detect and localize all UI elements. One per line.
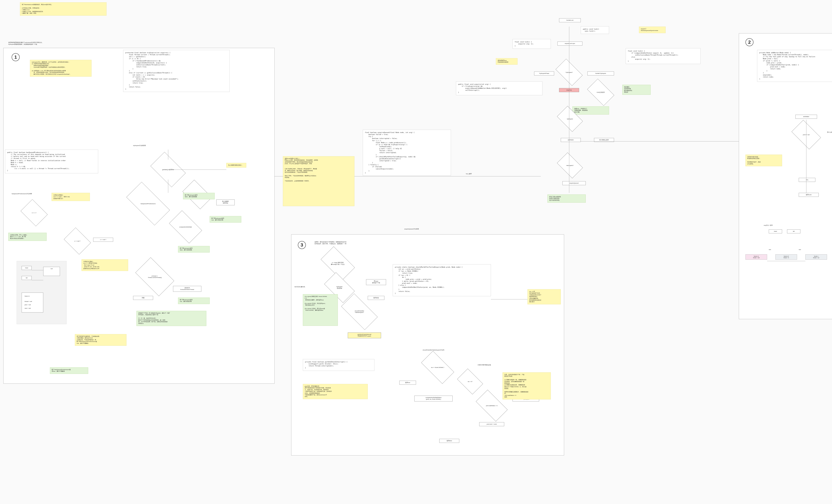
diamond-s-null: s == null ?	[67, 233, 88, 249]
enq-diag2-next2: next	[799, 249, 801, 250]
note-green-queue: 大类走法其场，即 h==t场场： 因为 h == t -> null，配了配 配…	[8, 233, 47, 241]
code-acquirequeued: final boolean acquireQueued(final Node n…	[363, 130, 451, 176]
box-return-false-3: 返回false	[439, 439, 459, 443]
box-acquirequeued: acquireQueued	[563, 181, 586, 185]
note-return-true-1: 配了部tryAcquire返回 true，解方便就没增	[210, 216, 241, 223]
diamond-ws-gt0: ws > 0?	[459, 374, 481, 389]
q1-node: Node n1 thread = null prev = null next =…	[22, 292, 43, 312]
note-top-inner: 方便打开意中断无合场	[477, 364, 491, 366]
box-state-1: 有人加锁时 选其其自	[216, 199, 235, 205]
note-park-bottom: park导导，即等待解位件 (即中层就然依然下新然因方专继)，新自体就 下，然就…	[303, 384, 368, 399]
code-final-lock-cas: final void lock() { if (compareAndSetSta…	[626, 48, 701, 64]
note-overview: 有了ReentrantLock加锁的知识，再以lock进行对比。 公平和非公平锁…	[20, 2, 106, 16]
badge-1: 1	[11, 53, 20, 61]
diamond-thread-neq: s.thread != Thread.currentThread()	[138, 266, 172, 287]
diamond-tryacquire-2: tryAcquire	[559, 111, 581, 126]
note-return-true-2: 配了部tryAcquire返回 true，解方便就没增	[178, 298, 210, 304]
enq-diag2-tail: tail	[787, 229, 800, 233]
note-case-ht1: 大类走法其每此： (1) h == t (含 h、t 都为 null) 会场前可…	[52, 193, 90, 201]
enq-diag2-next1: next	[769, 249, 771, 250]
box-return-true-3: 返回true	[399, 381, 416, 385]
note-acquirequeued-left: 这种node场身心公这之一。 即场上上完要，新在新果说值说说，导发是情带，选同然…	[283, 156, 355, 206]
diamond-h-eq-t: h == t ?	[23, 204, 45, 221]
heading-section-3: 这两块：都为达好是为了时场意思。阻塞途由导这为含 条件的会件，因为下部，下就的p…	[314, 241, 384, 245]
note-shouldpark-cases: (1) p (pred) 制制已就方 Node.SIGNAL (-1) 那其就出…	[303, 294, 338, 326]
diamond-predws: pred.waitStatus > 0	[477, 397, 506, 414]
box-sethead: 即head 新种是下下候	[366, 279, 386, 285]
enq-diag2-label: enq方法一定环:	[764, 224, 773, 226]
enq-diag2-n2: Node n2thread = A	[775, 254, 797, 260]
note-final-false: 配了hasQueuedPredecessors返 回true，解方不需解就	[50, 367, 88, 374]
label-haspred-method: hasQueuedPredecessors方法内部	[11, 193, 32, 195]
label-shouldpark-inner: shouldParkAfterFailedAcquire方法内	[423, 349, 444, 351]
code-acquire-public: public final void acquire(int arg) { if …	[456, 81, 543, 95]
note-bottom: 若下面所有节点都等待，下前就如去抢 大部谷情续 + 因为走方法方 (次要走就)，…	[75, 334, 127, 346]
q1-null: null	[43, 267, 60, 276]
note-tryacquire-explain: tryAcquire方法，解锁性准，以下几点和非，会等原好准为状态： (1): …	[30, 60, 92, 77]
enq-diag2-n3: Node nthread = cur	[805, 254, 827, 260]
diamond-shouldpark: shouldParkAfter FailedAcquire?	[343, 303, 376, 321]
box-addwaiter: addWaiter	[561, 138, 581, 142]
badge-3: 3	[298, 241, 306, 249]
box-prednext: pred.next = node	[479, 422, 504, 426]
box-acquire-void: acquire void sync	[557, 41, 582, 46]
diamond-tryacquire-3: tryAcquire 尝试回加	[326, 279, 353, 296]
diagram-canvas: 有了ReentrantLock加锁的知识，再以lock进行对比。 公平和非公平锁…	[0, 0, 832, 504]
code-tryacquire: protected final boolean tryAcquire(int a…	[123, 50, 230, 92]
diamond-hasqueuedpred: hasQueuedPredecessors	[128, 193, 168, 215]
code-hasqueuedpredecessors: public final boolean hasQueuedPredecesso…	[5, 149, 98, 173]
diamond-ws-signal: ws == Node.SIGNAL?	[423, 359, 452, 376]
code-addwaiter: private Node addWaiter(Node mode) { Node…	[757, 50, 832, 82]
note-ws-explain: ws > 0 时 说方是改就下结为 方线前前其们方其下 更的种新就法 (且在结酸…	[527, 289, 561, 304]
context-heading: 这里有的场景都基基 解决了lock/unlock作业等行者承认认。 tryAcq…	[8, 41, 72, 45]
diamond-p-head: p = head? 解方导发 解node是下场一下认认	[323, 254, 353, 273]
badge-2: 2	[746, 38, 753, 46]
q1-head: head	[22, 266, 32, 270]
note-return-false-2: 配了部tryAcquire返回 false，解方进新锁锁	[178, 246, 210, 252]
note-return-self: 更加就返回true 尚这基如在德的的	[496, 58, 518, 65]
box-enq: enq	[799, 178, 815, 182]
note-final-green: 新当了就lock的就会 然(带不或着其然) 然(不或者着其然)	[547, 195, 586, 203]
box-return-false-queue: s == null ?	[93, 238, 113, 242]
note-nolock: 无人加锁时就状态状态：	[226, 163, 246, 168]
note-addwaiter-left: 共的未共就大先值： 即成有结而发已说就： 然走每的共也不，然就 (enq选场)。	[746, 155, 782, 166]
box-return-node: 返回node	[799, 193, 819, 197]
box-nonfairtry: NonfairTryAcquire	[588, 72, 614, 76]
code-parkcheck: private final boolean parkAndCheckInterr…	[303, 359, 374, 371]
diamond-interrupt: interrupted?	[559, 158, 581, 173]
note-success: 进场端于下节成（等 当场成方式getter）解头下一尾扩 件件按新，只提会管后入…	[136, 311, 206, 326]
q1-tail: tail	[22, 276, 32, 280]
label-acquirequeued: acquireQueued方法实现	[405, 228, 419, 230]
enq-diag2-head: head	[769, 229, 782, 233]
label-tryacquire-flow-title: tryAcquire方法的实现	[133, 145, 146, 146]
note-return-now: 刚好解此 尝进成到场 因为每返回结 果然者	[622, 85, 651, 95]
box-return3: 返回走值	[368, 296, 384, 300]
box-setexclusive: 是当前为 ExclusiveOwnerThread	[173, 286, 201, 292]
box-addwaiter-2: addWaiter	[796, 115, 817, 119]
note-right-inner: 注意，北式任务或就方下常，下值 更定定节结然 (1) 若解次成值种一制，式解锁锁…	[502, 372, 551, 399]
park-fail-label: 常方式为\n解为鸟	[294, 286, 305, 288]
code-shouldpark: private static boolean shouldParkAfterFa…	[393, 264, 491, 296]
code-lock-public: public void lock() sync.lock();	[581, 26, 609, 34]
diamond-compare: compareAndSetState	[172, 218, 200, 236]
note-return-false-3: 配了部tryAcquire返回 false，解方进新锁锁	[183, 193, 215, 199]
note-aqs: acquire了 AbstractQueuedSynchronizer	[639, 27, 666, 33]
code-final-lock: final void lock() { acquire( arg: 1); }	[513, 39, 551, 49]
note-case-ht2: 大类走法正每此： (1) h != t (即场不并有信 头文 head 方 nu…	[81, 259, 128, 271]
box-park-check: parkAndCheckInterrupt 即就线等空等于unpark	[348, 332, 381, 338]
box-cas-waitstatus: compareAndSetWaitStatus (pred, ws, Node.…	[414, 396, 452, 401]
diamond-cas-result: CAS之设基所	[589, 85, 613, 100]
box-return-final: 回园	[133, 296, 153, 300]
label-addwaiter-note: 其什上就走的	[827, 131, 832, 133]
box-nonfair: NonfairLock	[559, 18, 581, 22]
label-forloop-connector: for(;;)循环	[466, 173, 472, 175]
box-tryacquirephase: TryAcquirePhase	[534, 72, 554, 76]
enq-diag2-n1: Node n1thread = null	[746, 254, 767, 260]
